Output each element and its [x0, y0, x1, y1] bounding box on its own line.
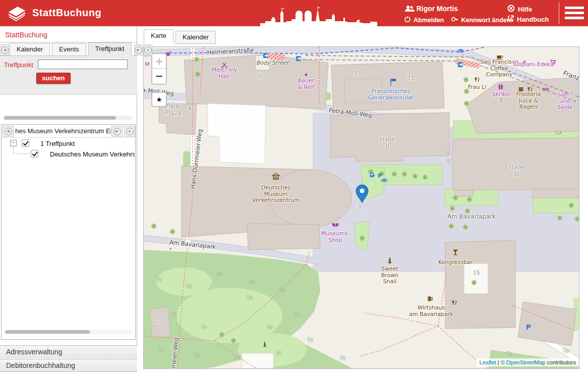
munich-skyline-silhouette [260, 6, 377, 28]
map-attribution: Leaflet | © OpenStreetMap contributors [477, 358, 579, 366]
tabs-scroll-left-button[interactable]: ◀ [1, 44, 9, 56]
housenumber-15: 15 [473, 270, 480, 277]
housenumber-9: 9 [570, 90, 573, 97]
entrance-icon [458, 62, 463, 67]
result-panel-tab-bar: ◀ hes Museum Verkehrszentrum Eingan ▶ ▼ [2, 125, 135, 138]
map-canvas[interactable]: Heimeranstraße Petra-Moll-Weg Am Bavaria… [143, 46, 579, 369]
sidebar-title: StattBuchung [0, 26, 137, 42]
zoom-out-button[interactable]: − [152, 69, 166, 83]
entrance-icon [263, 53, 268, 58]
poi-label-kongressbar: Kongressbar [438, 259, 473, 266]
chevron-right-icon: ▶ [135, 46, 142, 54]
scrollbar-thumb[interactable] [4, 116, 116, 120]
tree-child-checkbox[interactable] [31, 150, 38, 157]
housenumber-4: 4 [188, 106, 192, 113]
tabs-scroll-right-button[interactable]: ▶ [134, 44, 143, 56]
zoom-control: + − [151, 53, 167, 85]
key-icon [451, 16, 458, 24]
result-tab-title[interactable]: hes Museum Verkehrszentrum Eingan [15, 127, 111, 135]
horizontal-scrollbar[interactable] [3, 116, 132, 120]
poi-label-wirtshaus: Wirtshaus am Bavariapark [409, 305, 453, 317]
poi-label-museums-shop: Museums- Shop [321, 231, 349, 243]
poi-label-frooteria: Frooteria Juice & Bagels [516, 91, 541, 111]
horizontal-scrollbar[interactable] [4, 330, 133, 334]
change-password-link[interactable]: Kennwort ändern [461, 17, 513, 24]
building-label-halle-ii: Halle II [380, 136, 395, 150]
tab-karte[interactable]: Karte [144, 29, 173, 44]
result-tabs-scroll-left-button[interactable]: ◀ [3, 126, 14, 137]
poi-label-sweet-brown-snail: Sweet Brown Snail [381, 266, 399, 285]
main-content: Karte Kalender [137, 26, 588, 372]
attribution-separator: | [498, 359, 499, 365]
poi-label-generalkonsulat: Französisches Generalkonsulat [368, 88, 414, 101]
poi-label-body-street: Body Street [256, 60, 289, 67]
accordion-debitorenbuchhaltung[interactable]: Debitorenbuchhaltung [0, 359, 137, 372]
accordion-adressverwaltung[interactable]: Adressverwaltung [0, 345, 137, 358]
housenumber-31: 31 [407, 75, 414, 82]
treffpunkt-result-panel: ◀ hes Museum Verkehrszentrum Eingan ▶ ▼ … [1, 124, 136, 340]
app-window: StattBuchung Rigor Mortis Abmelden Kennw… [0, 0, 588, 372]
bicycle-parking-icon: P [378, 173, 382, 180]
housenumber-10: 10 [154, 318, 161, 325]
entrance-icon [296, 56, 301, 61]
tab-kalender-main[interactable]: Kalender [175, 31, 216, 44]
app-header: StattBuchung Rigor Mortis Abmelden Kennw… [0, 0, 588, 26]
building-label-halle-iii: Halle III [509, 164, 524, 178]
users-icon [404, 5, 415, 14]
poi-label-tulipiani-edeka: Tulipiani-Edeka [512, 62, 554, 68]
app-logo-book-icon[interactable] [6, 5, 27, 24]
favorite-star-button[interactable]: ★ [151, 92, 167, 107]
attribution-suffix: contributors [547, 359, 576, 365]
logout-link[interactable]: Abmelden [414, 17, 444, 24]
help-link[interactable]: Hilfe [507, 5, 549, 14]
search-button[interactable]: suchen [36, 73, 71, 84]
area-label-am-bavariapark: Am Bavariapark [447, 214, 496, 221]
treffpunkt-search-panel: Treffpunkt suchen [0, 56, 137, 95]
result-tabs-scroll-right-button[interactable]: ▶ [111, 126, 123, 137]
tab-treffpunkt[interactable]: Treffpunkt [88, 42, 132, 56]
chevron-left-icon: ◀ [5, 128, 12, 135]
poi-dot-icon [305, 74, 308, 76]
tab-events[interactable]: Events [52, 43, 86, 56]
manual-link[interactable]: Handbuch [507, 15, 549, 23]
chevron-down-icon: ▼ [144, 46, 152, 54]
zoom-in-button[interactable]: + [152, 54, 166, 69]
power-icon [404, 16, 410, 24]
treffpunkt-search-label: Treffpunkt [4, 61, 33, 69]
sidebar-tab-bar: ◀ Kalender Events Treffpunkt ▶ ▼ [0, 42, 137, 56]
user-menu[interactable]: Rigor Mortis Abmelden Kennwort ändern [404, 5, 513, 24]
tree-root-label[interactable]: 1 Treffpunkt [40, 140, 75, 147]
header-divider [559, 2, 559, 24]
user-name: Rigor Mortis [417, 5, 458, 13]
tree-connector [13, 146, 29, 154]
tab-kalender[interactable]: Kalender [10, 43, 50, 56]
poi-label-bauer-reif: Bauer & Reif [298, 78, 315, 90]
result-tabs-list-button[interactable]: ▼ [124, 126, 135, 137]
tabs-list-button[interactable]: ▼ [144, 44, 152, 56]
housenumber-35: 35 [257, 74, 264, 80]
sidebar: StattBuchung ◀ Kalender Events Treffpunk… [0, 26, 137, 372]
chevron-down-icon: ▼ [126, 128, 134, 135]
main-tab-bar: Karte Kalender [144, 29, 218, 44]
map-marker-pin[interactable] [356, 184, 369, 205]
parking-icon: P [526, 323, 531, 331]
scrollbar-thumb[interactable] [5, 330, 90, 334]
openstreetmap-link[interactable]: © OpenStreetMap [501, 359, 546, 365]
leaflet-link[interactable]: Leaflet [480, 359, 496, 365]
poi-label-frau-li: Frau Li [468, 84, 486, 91]
hamburger-menu-icon[interactable] [565, 7, 584, 21]
poi-label-skribo: Skribo 3 [492, 91, 510, 104]
housenumber-33: 33 [354, 71, 361, 77]
treffpunkt-search-input[interactable] [38, 60, 128, 69]
external-link-icon [507, 15, 514, 23]
poi-label-deutsches-museum: Deutsches Museum Verkehrszentrum [252, 185, 300, 204]
poi-label-merci-my-hair: Merci my Hair [212, 67, 237, 80]
app-title: StattBuchung [32, 7, 101, 19]
tree-child-label[interactable]: Deutsches Museum Verkehrsze [50, 150, 135, 158]
poi-label-m-partial: M [145, 62, 150, 68]
chevron-right-icon: ▶ [113, 128, 121, 135]
chevron-left-icon: ◀ [1, 46, 9, 54]
life-ring-icon [507, 5, 515, 14]
